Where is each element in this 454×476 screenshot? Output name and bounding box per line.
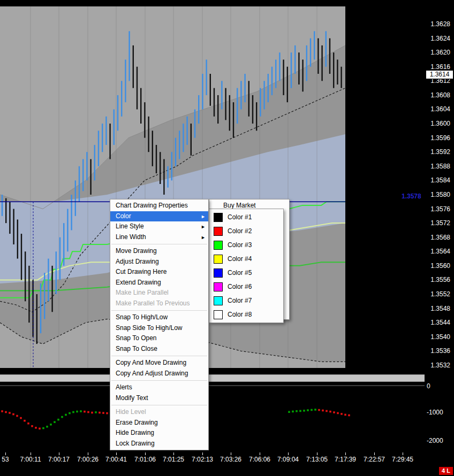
menu-item-lock-drawing[interactable]: Lock Drawing bbox=[110, 439, 208, 449]
price-axis-label: 1.3572 bbox=[413, 219, 450, 227]
menu-item-hide-level[interactable]: Hide Level bbox=[110, 407, 208, 418]
menu-item-modify-text[interactable]: Modify Text bbox=[110, 393, 208, 404]
color-option-color-7[interactable]: Color #7 bbox=[209, 294, 283, 308]
oscillator-dot bbox=[99, 412, 101, 414]
color-option-color-4[interactable]: Color #4 bbox=[209, 252, 283, 266]
menu-item-snap-side-to-high-low[interactable]: Snap Side To High/Low bbox=[110, 323, 208, 334]
price-axis-label: 1.3628 bbox=[413, 20, 450, 28]
color-option-label: Color #1 bbox=[228, 213, 252, 221]
oscillator-dot bbox=[76, 411, 78, 413]
menu-item-copy-and-move-drawing[interactable]: Copy And Move Drawing bbox=[110, 358, 208, 368]
oscillator-dot bbox=[72, 411, 74, 413]
menu-item-snap-to-high-low[interactable]: Snap To High/Low bbox=[110, 312, 208, 323]
price-axis-label: 1.3564 bbox=[413, 248, 450, 255]
time-axis-label: 7:00:26 bbox=[73, 456, 103, 463]
menu-item-cut-drawing-here[interactable]: Cut Drawing Here bbox=[110, 267, 208, 278]
oscillator-dot bbox=[16, 415, 18, 417]
color-option-color-6[interactable]: Color #6 bbox=[209, 280, 283, 294]
time-axis-tick bbox=[288, 452, 289, 455]
price-axis-label: 1.3540 bbox=[413, 333, 450, 341]
menu-item-erase-drawing[interactable]: Erase Drawing bbox=[110, 418, 208, 428]
menu-item-copy-and-adjust-drawing[interactable]: Copy And Adjust Drawing bbox=[110, 368, 208, 379]
oscillator-dot bbox=[91, 412, 93, 414]
time-axis-tick bbox=[403, 452, 403, 455]
price-axis-label: 1.3544 bbox=[413, 319, 450, 326]
oscillator-dot bbox=[80, 410, 82, 412]
oscillator-dot bbox=[106, 412, 108, 414]
menu-item-color[interactable]: Color► bbox=[110, 211, 208, 222]
menu-item-line-width[interactable]: Line Width► bbox=[110, 232, 208, 243]
oscillator-dot bbox=[329, 411, 331, 413]
price-axis-label: 1.3616 bbox=[413, 63, 450, 71]
time-axis[interactable]: 537:00:117:00:177:00:267:00:417:01:067:0… bbox=[0, 452, 454, 466]
oscillator-dot bbox=[35, 427, 37, 429]
time-axis-tick bbox=[116, 452, 117, 455]
time-axis-label: 7:00:11 bbox=[16, 456, 46, 463]
oscillator-dot bbox=[31, 425, 33, 427]
price-axis-label: 1.3568 bbox=[413, 234, 450, 241]
menu-item-chart-drawing-properties[interactable]: Chart Drawing Properties bbox=[110, 201, 208, 211]
color-option-color-1[interactable]: Color #1 bbox=[209, 210, 283, 224]
color-swatch bbox=[214, 282, 223, 291]
oscillator-axis-label: -2000 bbox=[427, 437, 443, 444]
oscillator-dot bbox=[65, 414, 67, 416]
oscillator-dot bbox=[102, 412, 104, 414]
oscillator-dot bbox=[20, 417, 22, 419]
price-axis-label: 1.3604 bbox=[413, 105, 450, 113]
time-axis-tick bbox=[145, 452, 146, 455]
oscillator-dot bbox=[54, 421, 56, 423]
oscillator-dot bbox=[337, 412, 339, 414]
menu-item-move-drawing[interactable]: Move Drawing bbox=[110, 246, 208, 257]
color-submenu: Color #1Color #2Color #3Color #4Color #5… bbox=[209, 209, 284, 323]
time-axis-label: 7:03:26 bbox=[216, 456, 246, 463]
oscillator-axis-label: 0 bbox=[427, 382, 430, 390]
color-option-color-8[interactable]: Color #8 bbox=[209, 308, 283, 321]
menu-item-adjust-drawing[interactable]: Adjust Drawing bbox=[110, 257, 208, 267]
oscillator-dot bbox=[307, 409, 309, 411]
menu-item-snap-to-open[interactable]: Snap To Open bbox=[110, 333, 208, 344]
color-option-color-5[interactable]: Color #5 bbox=[209, 266, 283, 280]
oscillator-dot bbox=[12, 413, 14, 416]
price-axis-label: 1.3552 bbox=[413, 290, 450, 298]
oscillator-dot bbox=[39, 427, 41, 429]
menu-item-line-style[interactable]: Line Style► bbox=[110, 221, 208, 232]
time-axis-tick bbox=[374, 452, 375, 455]
color-option-color-2[interactable]: Color #2 bbox=[209, 224, 283, 238]
menu-item-extend-drawing[interactable]: Extend Drawing bbox=[110, 278, 208, 288]
menu-separator bbox=[111, 244, 207, 244]
time-axis-label: 7:29:45 bbox=[388, 456, 418, 463]
oscillator-dot bbox=[84, 411, 86, 413]
time-axis-label: 7:06:06 bbox=[245, 456, 275, 463]
menu-item-snap-to-close[interactable]: Snap To Close bbox=[110, 344, 208, 355]
oscillator-dot bbox=[303, 410, 305, 412]
time-axis-label: 7:13:05 bbox=[302, 456, 332, 463]
color-option-label: Color #4 bbox=[228, 255, 252, 263]
color-option-label: Color #2 bbox=[228, 227, 252, 235]
time-axis-label: 7:00:41 bbox=[101, 456, 131, 463]
oscillator-dot bbox=[326, 410, 328, 412]
time-axis-label: 7:09:04 bbox=[273, 456, 303, 463]
color-option-color-3[interactable]: Color #3 bbox=[209, 238, 283, 252]
price-axis-label: 1.3556 bbox=[413, 276, 450, 283]
status-badge: 4 L bbox=[439, 467, 453, 475]
menu-item-hide-drawing[interactable]: Hide Drawing bbox=[110, 428, 208, 439]
time-axis-tick bbox=[5, 452, 6, 455]
time-axis-label: 7:01:06 bbox=[130, 456, 160, 463]
price-axis-label: 1.3584 bbox=[413, 176, 450, 184]
oscillator-dot bbox=[288, 411, 290, 413]
color-swatch bbox=[214, 310, 223, 319]
oscillator-dot bbox=[42, 427, 44, 429]
oscillator-dot bbox=[61, 416, 63, 418]
oscillator-dot bbox=[46, 426, 48, 428]
menu-separator bbox=[111, 405, 207, 405]
oscillator-dot bbox=[57, 419, 59, 421]
price-axis-label: 1.3600 bbox=[413, 120, 450, 127]
time-axis-tick bbox=[31, 452, 31, 455]
price-axis-label: 1.3596 bbox=[413, 134, 450, 142]
menu-item-alerts[interactable]: Alerts bbox=[110, 382, 208, 393]
menu-item-make-parallel-to-previous[interactable]: Make Parallel To Previous bbox=[110, 298, 208, 309]
color-option-label: Color #8 bbox=[228, 311, 252, 318]
menu-item-make-line-parallel[interactable]: Make Line Parallel bbox=[110, 288, 208, 298]
menu-separator bbox=[111, 380, 207, 381]
color-swatch bbox=[214, 241, 223, 250]
